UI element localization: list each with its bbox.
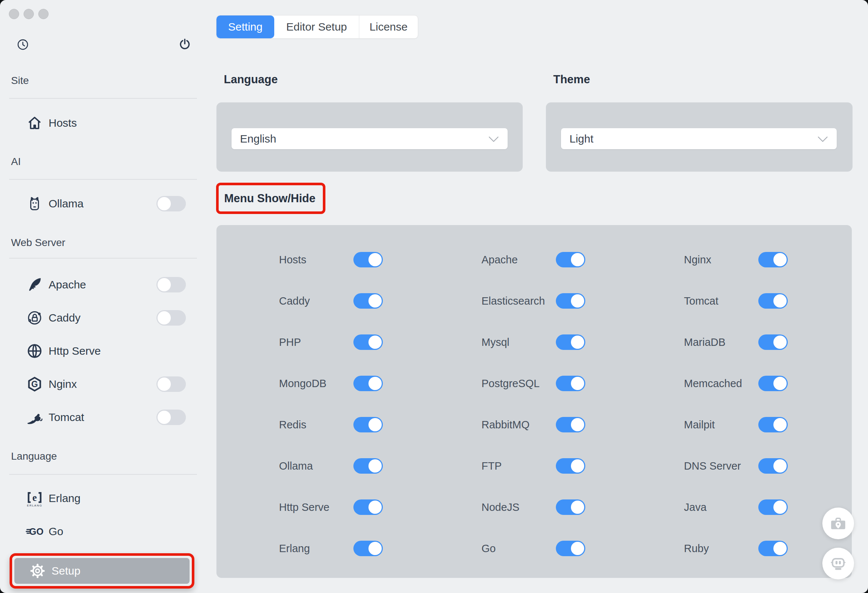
toggle-sidebar-caddy[interactable] xyxy=(156,310,186,325)
sidebar-item-http-serve[interactable]: Http Serve xyxy=(9,335,197,367)
section-label-ai: AI xyxy=(11,155,21,169)
power-icon[interactable] xyxy=(178,38,192,51)
theme-panel: Light xyxy=(546,102,853,172)
toggle-ollama[interactable] xyxy=(353,458,383,474)
globe-icon xyxy=(26,342,43,360)
tomcat-cat-icon xyxy=(26,408,43,426)
chevron-down-icon xyxy=(818,136,828,142)
toggle-redis[interactable] xyxy=(353,417,383,432)
menu-item-label: Memcached xyxy=(684,377,742,390)
tab-license[interactable]: License xyxy=(359,15,418,38)
menu-grid-cell: RabbitMQ xyxy=(481,404,684,445)
feather-icon xyxy=(26,276,43,294)
toggle-elasticsearch[interactable] xyxy=(556,293,585,309)
toggle-sidebar-nginx[interactable] xyxy=(156,376,186,392)
toggle-postgresql[interactable] xyxy=(556,376,585,391)
menu-grid-cell: Memcached xyxy=(684,363,868,404)
menu-grid-cell: DNS Server xyxy=(684,445,868,487)
sidebar-item-label: Tomcat xyxy=(49,411,84,424)
sidebar-item-label: Hosts xyxy=(49,117,77,129)
close-window-button[interactable] xyxy=(9,9,19,19)
sidebar-item-hosts[interactable]: Hosts xyxy=(9,107,197,139)
sidebar-item-label: Go xyxy=(49,525,63,538)
toggle-php[interactable] xyxy=(353,334,383,350)
menu-item-label: Redis xyxy=(279,419,306,431)
menu-show-hide-panel: HostsApacheNginxCaddyElasticsearchTomcat… xyxy=(217,225,852,578)
menu-grid-cell: Tomcat xyxy=(684,280,868,322)
language-heading: Language xyxy=(224,72,278,87)
language-panel: English xyxy=(217,102,523,172)
section-label-language: Language xyxy=(11,450,57,463)
toggle-sidebar-tomcat[interactable] xyxy=(156,410,186,425)
sidebar: Site Hosts AI Ollama xyxy=(0,0,208,593)
menu-item-label: Caddy xyxy=(279,295,310,307)
sidebar-item-apache[interactable]: Apache xyxy=(9,269,197,301)
red-annotation-box-menu-show-hide: Menu Show/Hide xyxy=(216,183,325,214)
menu-grid-cell: Redis xyxy=(279,404,481,445)
menu-item-label: PostgreSQL xyxy=(481,377,540,390)
toggle-sidebar-apache[interactable] xyxy=(156,277,186,293)
sidebar-item-label: Nginx xyxy=(49,378,77,390)
sidebar-item-tomcat[interactable]: Tomcat xyxy=(9,401,197,433)
menu-grid-cell: MongoDB xyxy=(279,363,481,404)
menu-item-label: Http Serve xyxy=(279,501,329,513)
minimize-window-button[interactable] xyxy=(24,9,34,19)
toggle-ruby[interactable] xyxy=(758,541,788,556)
nginx-hexagon-icon: G xyxy=(26,375,43,393)
sidebar-item-label: Erlang xyxy=(49,492,81,504)
toolbox-pin-icon xyxy=(829,514,847,532)
toggle-apache[interactable] xyxy=(556,252,585,268)
menu-grid-cell: FTP xyxy=(481,445,684,487)
toggle-mariadb[interactable] xyxy=(758,334,788,350)
zoom-window-button[interactable] xyxy=(38,9,49,19)
menu-item-label: Go xyxy=(481,543,496,555)
toggle-caddy[interactable] xyxy=(353,293,383,309)
menu-grid-cell: Erlang xyxy=(279,528,481,569)
menu-item-label: Nginx xyxy=(684,254,711,266)
menu-grid-cell: Ollama xyxy=(279,445,481,487)
tools-floating-button[interactable] xyxy=(822,507,854,539)
toggle-ftp[interactable] xyxy=(556,458,585,474)
sidebar-item-caddy[interactable]: Caddy xyxy=(9,302,197,334)
toggle-sidebar-ollama[interactable] xyxy=(156,196,186,211)
toggle-erlang[interactable] xyxy=(353,541,383,556)
sidebar-item-label: Apache xyxy=(49,278,86,291)
toggle-tomcat[interactable] xyxy=(758,293,788,309)
llama-icon xyxy=(26,195,43,213)
sidebar-item-erlang[interactable]: e ERLANG Erlang xyxy=(9,482,197,515)
menu-item-label: Apache xyxy=(481,254,518,266)
assistant-floating-button[interactable] xyxy=(822,548,854,580)
svg-text:G: G xyxy=(31,379,38,389)
theme-select-value: Light xyxy=(570,133,593,145)
toggle-dns-server[interactable] xyxy=(758,458,788,474)
toggle-http-serve[interactable] xyxy=(353,500,383,515)
menu-item-label: RabbitMQ xyxy=(481,419,530,431)
toggle-hosts[interactable] xyxy=(353,252,383,268)
menu-grid-cell: MariaDB xyxy=(684,322,868,363)
toggle-go[interactable] xyxy=(556,541,585,556)
theme-select[interactable]: Light xyxy=(561,128,837,149)
sidebar-item-nginx[interactable]: G Nginx xyxy=(9,368,197,400)
sidebar-item-go[interactable]: GO Go xyxy=(9,515,197,548)
sidebar-item-setup[interactable]: Setup xyxy=(14,558,190,584)
tab-setting[interactable]: Setting xyxy=(217,15,274,38)
app-window: Site Hosts AI Ollama xyxy=(0,0,868,593)
menu-grid-cell: Caddy xyxy=(279,280,481,322)
toggle-mongodb[interactable] xyxy=(353,376,383,391)
tab-bar: Setting Editor Setup License xyxy=(216,15,418,39)
menu-item-label: Hosts xyxy=(279,254,306,266)
toggle-nodejs[interactable] xyxy=(556,500,585,515)
clock-icon[interactable] xyxy=(16,38,30,51)
tab-editor-setup[interactable]: Editor Setup xyxy=(274,15,359,38)
divider xyxy=(9,258,197,259)
language-select[interactable]: English xyxy=(232,128,508,149)
divider xyxy=(9,474,197,475)
sidebar-item-ollama[interactable]: Ollama xyxy=(9,188,197,220)
toggle-nginx[interactable] xyxy=(758,252,788,268)
toggle-mailpit[interactable] xyxy=(758,417,788,432)
toggle-mysql[interactable] xyxy=(556,334,585,350)
svg-text:ERLANG: ERLANG xyxy=(27,504,42,507)
toggle-rabbitmq[interactable] xyxy=(556,417,585,432)
toggle-java[interactable] xyxy=(758,500,788,515)
toggle-memcached[interactable] xyxy=(758,376,788,391)
